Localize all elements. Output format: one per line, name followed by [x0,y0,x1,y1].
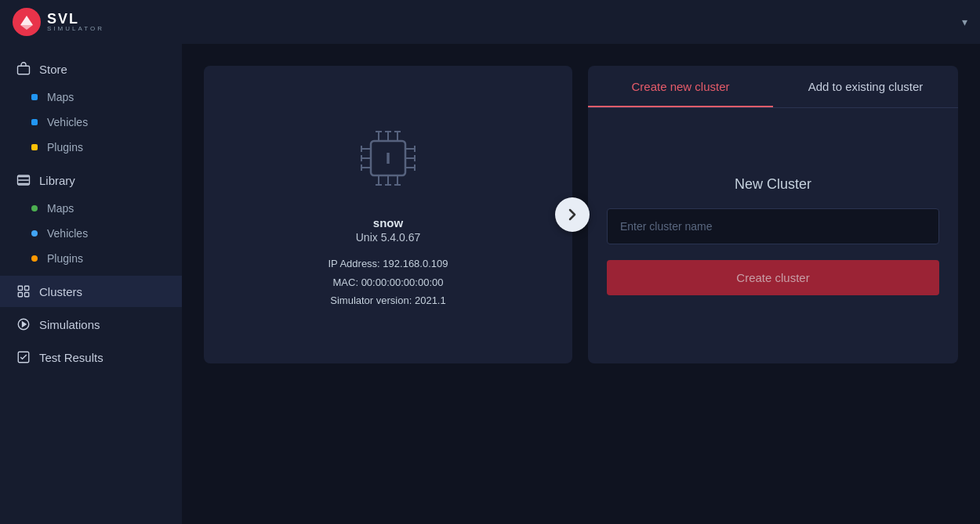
mac-value: 00:00:00:00:00:00 [361,276,444,288]
cluster-tabs: Create new cluster Add to existing clust… [588,66,958,108]
test-results-icon [16,349,31,365]
sidebar-item-library[interactable]: Library [0,164,182,196]
store-children: Maps Vehicles Plugins [0,85,182,160]
vehicles-dot-icon [31,119,38,125]
library-children: Maps Vehicles Plugins [0,196,182,271]
lib-plugins-dot-icon [31,255,38,262]
svg-text:i: i [387,152,390,165]
logo-simulator-text: SIMULATOR [47,26,104,32]
library-label: Library [39,174,75,187]
sidebar-item-store-plugins[interactable]: Plugins [0,135,182,160]
svg-rect-5 [18,293,22,297]
library-icon [16,172,31,188]
sidebar-item-library-maps[interactable]: Maps [0,196,182,221]
sidebar-item-library-plugins[interactable]: Plugins [0,246,182,271]
logo: SVL SIMULATOR [13,8,104,36]
tab-create-new-cluster[interactable]: Create new cluster [588,66,773,107]
sidebar-item-store-vehicles[interactable]: Vehicles [0,110,182,135]
sim-label: Simulator version: [330,295,412,306]
machine-meta: IP Address: 192.168.0.109 MAC: 00:00:00:… [328,255,448,309]
mac-label: MAC: [333,276,359,288]
store-label: Store [39,63,67,76]
logo-icon [13,8,41,36]
tab-add-existing-cluster[interactable]: Add to existing cluster [773,66,958,107]
sidebar-item-library-vehicles[interactable]: Vehicles [0,221,182,246]
next-arrow-button[interactable] [555,197,590,232]
store-maps-label: Maps [47,91,74,103]
cluster-panel: Create new cluster Add to existing clust… [588,66,958,363]
machine-ip-row: IP Address: 192.168.0.109 [328,255,448,273]
chip-icon: i [349,119,427,201]
store-plugins-label: Plugins [47,141,83,154]
new-cluster-label: New Cluster [735,176,811,193]
ip-label: IP Address: [328,258,379,269]
store-icon [16,61,31,77]
store-section: Store Maps Vehicles Plugins [0,53,182,160]
machine-mac-row: MAC: 00:00:00:00:00:00 [328,273,448,291]
machine-os: Unix 5.4.0.67 [356,231,421,244]
library-maps-label: Maps [47,202,74,215]
plugins-dot-icon [31,144,38,150]
chevron-right-icon [566,208,579,221]
clusters-label: Clusters [39,285,82,298]
sidebar-item-store-maps[interactable]: Maps [0,85,182,110]
machine-sim-row: Simulator version: 2021.1 [328,291,448,309]
sidebar-item-clusters[interactable]: Clusters [0,276,182,307]
lib-vehicles-dot-icon [31,230,38,237]
maps-dot-icon [31,94,38,100]
sim-value: 2021.1 [415,295,446,306]
svg-rect-4 [25,286,29,290]
simulations-icon [16,316,31,332]
sidebar-item-store[interactable]: Store [0,53,182,85]
library-plugins-label: Plugins [47,252,83,265]
sidebar: Store Maps Vehicles Plugins [0,44,182,524]
lib-maps-dot-icon [31,205,38,211]
svg-rect-1 [18,66,30,74]
test-results-label: Test Results [39,351,103,364]
svg-rect-6 [25,293,29,297]
ip-value: 192.168.0.109 [383,258,448,269]
svg-marker-8 [23,322,27,327]
simulations-label: Simulations [39,318,100,331]
cluster-name-input[interactable] [607,208,939,244]
main-content: i [182,44,980,524]
svg-rect-3 [18,286,22,290]
clusters-icon [16,284,31,299]
sidebar-item-simulations[interactable]: Simulations [0,309,182,340]
machine-card: i [204,66,572,363]
chevron-down-icon[interactable]: ▾ [962,16,967,28]
create-cluster-button[interactable]: Create cluster [607,260,939,295]
library-section: Library Maps Vehicles Plugins [0,164,182,271]
logo-text: SVL SIMULATOR [47,12,104,32]
topbar: SVL SIMULATOR ▾ [0,0,980,44]
topbar-right: ▾ [962,15,967,29]
machine-name: snow [373,216,403,229]
cluster-body: New Cluster Create cluster [588,108,958,363]
logo-svl-text: SVL [47,12,104,26]
library-vehicles-label: Vehicles [47,227,88,240]
store-vehicles-label: Vehicles [47,116,88,128]
sidebar-item-test-results[interactable]: Test Results [0,342,182,373]
